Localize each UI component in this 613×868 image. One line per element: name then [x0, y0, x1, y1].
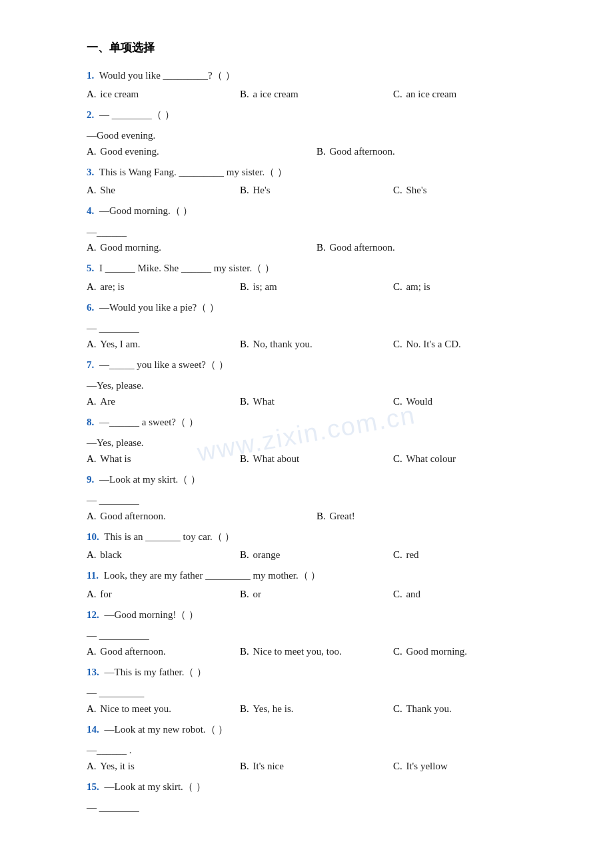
option-13-1: A. Nice to meet you.: [87, 703, 240, 715]
question-sub-4: —______: [87, 224, 546, 241]
option-text: red: [406, 549, 418, 560]
option-letter: A.: [87, 396, 99, 407]
option-text: Good morning.: [406, 646, 467, 657]
option-letter: B.: [240, 339, 252, 349]
question-num-4: 4.: [87, 205, 94, 216]
question-text-10: This is an _______ toy car.（ ）: [102, 531, 235, 542]
question-sub-14: —______ .: [87, 742, 546, 759]
options-row-9: A. Good afternoon.B. Great!: [87, 511, 546, 522]
options-row-11: A. forB. orC. and: [87, 589, 546, 600]
question-6: 6. —Would you like a pie?（ ）: [87, 299, 546, 317]
question-text-14: —Look at my new robot.（ ）: [102, 724, 229, 735]
question-8: 8. —______ a sweet?（ ）: [87, 414, 546, 431]
question-text-3: This is Wang Fang. _________ my sister.（…: [97, 167, 287, 177]
section-title: 一、单项选择: [87, 40, 546, 55]
option-text: Nice to meet you, too.: [253, 646, 341, 657]
option-10-3: C. red: [393, 549, 546, 561]
option-text: She: [100, 185, 115, 195]
option-6-3: C. No. It's a CD.: [393, 339, 546, 350]
option-text: Nice to meet you.: [100, 703, 171, 714]
question-5: 5. I ______ Mike. She ______ my sister.（…: [87, 260, 546, 277]
option-text: Great!: [330, 511, 355, 521]
option-6-2: B. No, thank you.: [240, 339, 393, 350]
question-text-2: — ________（ ）: [97, 109, 174, 120]
option-text: Yes, I am.: [100, 339, 140, 349]
option-8-1: A. What is: [87, 453, 240, 465]
option-text: for: [100, 589, 112, 599]
option-letter: A.: [87, 339, 99, 349]
question-sub-2: —Good evening.: [87, 127, 546, 145]
question-num-7: 7.: [87, 359, 94, 370]
option-letter: C.: [393, 281, 405, 292]
question-9: 9. —Look at my skirt.（ ）: [87, 471, 546, 489]
question-sub-7: —Yes, please.: [87, 377, 546, 395]
option-letter: A.: [87, 589, 99, 599]
option-letter: B.: [240, 646, 252, 657]
question-text-5: I ______ Mike. She ______ my sister.（ ）: [97, 263, 275, 273]
option-text: a ice cream: [253, 89, 298, 99]
option-13-3: C. Thank you.: [393, 703, 546, 715]
option-9-1: A. Good afternoon.: [87, 511, 316, 522]
option-12-3: C. Good morning.: [393, 646, 546, 657]
question-num-12: 12.: [87, 609, 99, 620]
option-2-2: B. Good afternoon.: [316, 146, 546, 157]
option-text: and: [406, 589, 420, 599]
question-sub-12: — __________: [87, 627, 546, 645]
option-letter: C.: [393, 646, 405, 657]
option-1-2: B. a ice cream: [240, 89, 393, 100]
question-text-9: —Look at my skirt.（ ）: [97, 474, 201, 485]
option-11-3: C. and: [393, 589, 546, 600]
question-num-3: 3.: [87, 167, 94, 177]
question-num-2: 2.: [87, 109, 94, 120]
option-letter: C.: [393, 453, 405, 464]
option-text: Would: [406, 396, 432, 407]
option-text: He's: [253, 185, 270, 195]
question-sub-8: —Yes, please.: [87, 435, 546, 452]
question-num-14: 14.: [87, 724, 99, 735]
option-text: It's yellow: [406, 761, 447, 771]
option-text: am; is: [406, 281, 430, 292]
option-letter: A.: [87, 89, 99, 99]
option-11-2: B. or: [240, 589, 393, 600]
option-12-2: B. Nice to meet you, too.: [240, 646, 393, 657]
option-letter: A.: [87, 549, 99, 560]
option-text: Yes, he is.: [253, 703, 293, 714]
option-5-3: C. am; is: [393, 281, 546, 293]
option-2-1: A. Good evening.: [87, 146, 316, 157]
options-row-6: A. Yes, I am.B. No, thank you.C. No. It'…: [87, 339, 546, 350]
option-letter: A.: [87, 511, 99, 521]
option-text: It's nice: [253, 761, 283, 771]
option-13-2: B. Yes, he is.: [240, 703, 393, 715]
option-text: ice cream: [100, 89, 139, 99]
options-row-2: A. Good evening.B. Good afternoon.: [87, 146, 546, 157]
question-num-6: 6.: [87, 302, 94, 313]
option-letter: B.: [240, 761, 252, 771]
option-7-3: C. Would: [393, 396, 546, 407]
option-text: Good morning.: [100, 242, 161, 253]
question-10: 10. This is an _______ toy car.（ ）: [87, 529, 546, 546]
options-row-14: A. Yes, it isB. It's niceC. It's yellow: [87, 761, 546, 772]
option-letter: B.: [240, 396, 252, 407]
option-text: black: [100, 549, 121, 560]
option-text: are; is: [100, 281, 124, 292]
option-text: orange: [253, 549, 280, 560]
option-letter: C.: [393, 89, 405, 99]
question-11: 11. Look, they are my father _________ m…: [87, 567, 546, 585]
options-row-3: A. SheB. He'sC. She's: [87, 185, 546, 196]
options-row-13: A. Nice to meet you.B. Yes, he is.C. Tha…: [87, 703, 546, 715]
question-text-4: —Good morning.（ ）: [97, 205, 193, 216]
option-14-1: A. Yes, it is: [87, 761, 240, 772]
option-text: or: [253, 589, 261, 599]
options-row-10: A. blackB. orangeC. red: [87, 549, 546, 561]
option-letter: C.: [393, 549, 405, 560]
option-3-2: B. He's: [240, 185, 393, 196]
option-text: Good afternoon.: [100, 646, 165, 657]
option-letter: C.: [393, 396, 405, 407]
option-text: Yes, it is: [100, 761, 134, 771]
option-8-2: B. What about: [240, 453, 393, 465]
question-text-8: —______ a sweet?（ ）: [97, 417, 198, 427]
option-8-3: C. What colour: [393, 453, 546, 465]
option-letter: C.: [393, 185, 405, 195]
option-text: Are: [100, 396, 115, 407]
options-row-8: A. What isB. What aboutC. What colour: [87, 453, 546, 465]
